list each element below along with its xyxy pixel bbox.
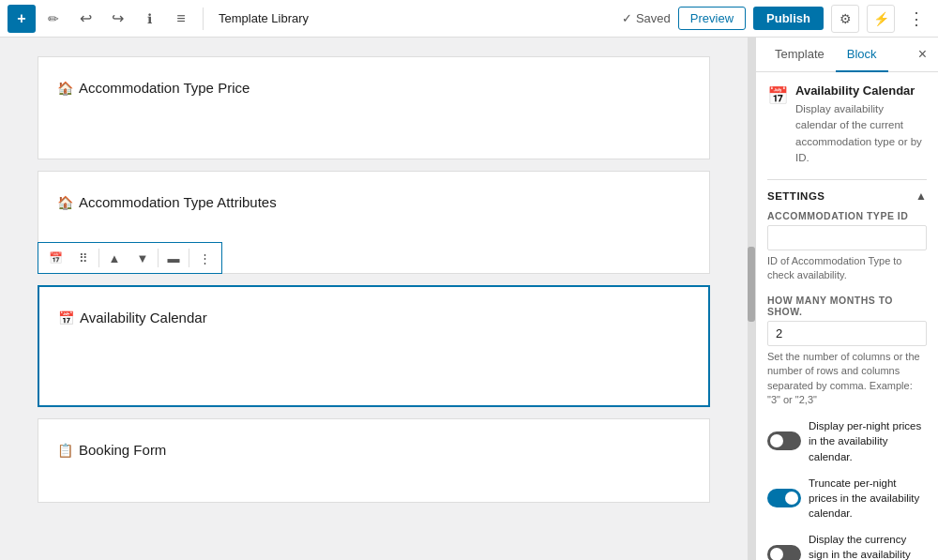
block-info-icon: 📅 xyxy=(767,85,788,106)
toggle-truncate-per-night-control[interactable] xyxy=(767,489,801,507)
toggle-display-per-night-control[interactable] xyxy=(767,431,801,450)
block-label: Accommodation Type Price xyxy=(79,80,250,96)
right-panel: Template Block × 📅 Availability Calendar… xyxy=(755,38,938,560)
chevron-up-icon: ▲ xyxy=(109,251,121,265)
edit-button[interactable]: ✏ xyxy=(39,5,68,33)
months-to-show-help: Set the number of columns or the number … xyxy=(767,350,927,408)
settings-chevron-icon: ▲ xyxy=(915,189,927,203)
align-icon: ▬ xyxy=(168,251,180,265)
lightning-button[interactable]: ⚡ xyxy=(867,5,895,33)
block-title: 📋 Booking Form xyxy=(57,442,690,458)
topbar-divider xyxy=(203,8,204,30)
toolbar-divider xyxy=(98,249,99,267)
home-icon: 🏠 xyxy=(57,195,73,210)
toolbar-divider-2 xyxy=(158,249,159,267)
form-icon: 📋 xyxy=(57,443,73,458)
toolbar-grid-btn[interactable]: ⠿ xyxy=(70,245,97,271)
block-booking-form[interactable]: 📋 Booking Form xyxy=(38,418,710,503)
pencil-icon: ✏ xyxy=(48,11,59,26)
months-to-show-input[interactable] xyxy=(767,321,927,346)
toggle-truncate-per-night: Truncate per-night prices in the availab… xyxy=(767,476,927,521)
settings-title: Settings xyxy=(767,190,825,202)
home-icon: 🏠 xyxy=(57,81,73,96)
accommodation-type-id-input[interactable] xyxy=(767,225,927,250)
preview-button[interactable]: Preview xyxy=(678,7,746,30)
undo-icon: ↩ xyxy=(80,9,92,27)
topbar: + ✏ ↩ ↪ ℹ ≡ Template Library Saved Previ… xyxy=(0,0,938,38)
block-label: Availability Calendar xyxy=(80,310,207,325)
calendar-icon: 📅 xyxy=(58,310,74,325)
publish-button[interactable]: Publish xyxy=(753,7,824,30)
undo-button[interactable]: ↩ xyxy=(71,5,99,33)
block-title: 🏠 Accommodation Type Attributes xyxy=(57,194,690,210)
toggle-display-currency-control[interactable] xyxy=(767,545,801,560)
main-layout: 🏠 Accommodation Type Price 🏠 Accommodati… xyxy=(0,38,938,560)
toggle-truncate-per-night-label: Truncate per-night prices in the availab… xyxy=(809,476,927,521)
more-icon: ⋮ xyxy=(908,8,925,29)
toolbar-calendar-btn[interactable]: 📅 xyxy=(42,245,68,271)
panel-close-button[interactable]: × xyxy=(915,42,930,67)
block-label: Booking Form xyxy=(79,442,166,458)
months-to-show-label: HOW MANY MONTHS TO SHOW. xyxy=(767,295,927,317)
block-title: 🏠 Accommodation Type Price xyxy=(57,80,690,96)
chevron-down-icon: ▼ xyxy=(137,251,149,265)
saved-status: Saved xyxy=(622,11,671,25)
info-button[interactable]: ℹ xyxy=(135,5,163,33)
redo-button[interactable]: ↪ xyxy=(103,5,131,33)
settings-section-header[interactable]: Settings ▲ xyxy=(767,179,927,210)
calendar-icon: 📅 xyxy=(767,86,788,105)
toggle-display-currency-label: Display the currency sign in the availab… xyxy=(809,532,927,560)
redo-icon: ↪ xyxy=(112,9,124,27)
block-availability-calendar[interactable]: 📅 Availability Calendar xyxy=(38,285,710,407)
scrollbar-thumb[interactable] xyxy=(748,247,755,322)
block-label: Accommodation Type Attributes xyxy=(79,194,277,210)
toggle-display-per-night-label: Display per-night prices in the availabi… xyxy=(809,418,927,463)
more-options-button[interactable]: ⋮ xyxy=(902,5,930,33)
block-info-title: Availability Calendar xyxy=(795,83,927,98)
info-icon: ℹ xyxy=(147,11,152,26)
panel-tabs: Template Block × xyxy=(756,38,938,72)
list-button[interactable]: ≡ xyxy=(167,5,195,33)
toggle-display-per-night: Display per-night prices in the availabi… xyxy=(767,418,927,463)
toolbar-down-btn[interactable]: ▼ xyxy=(129,245,156,271)
block-info-text: Availability Calendar Display availabili… xyxy=(795,83,927,166)
months-to-show-group: HOW MANY MONTHS TO SHOW. Set the number … xyxy=(767,295,927,408)
grid-icon: ⠿ xyxy=(79,251,88,265)
more-icon: ⋮ xyxy=(199,251,211,265)
toggle-display-currency: Display the currency sign in the availab… xyxy=(767,532,927,560)
toolbar-divider-3 xyxy=(189,249,189,267)
lightning-icon: ⚡ xyxy=(873,11,889,26)
panel-content: 📅 Availability Calendar Display availabi… xyxy=(756,72,938,560)
accommodation-type-id-help: ID of Accommodation Type to check availa… xyxy=(767,254,927,283)
plus-icon: + xyxy=(17,10,25,27)
block-accommodation-type-price[interactable]: 🏠 Accommodation Type Price xyxy=(38,56,710,159)
topbar-actions: Saved Preview Publish ⚙ ⚡ ⋮ xyxy=(622,5,930,33)
accommodation-type-id-label: ACCOMMODATION TYPE ID xyxy=(767,210,927,221)
page-title: Template Library xyxy=(219,11,618,25)
toolbar-more-btn[interactable]: ⋮ xyxy=(191,245,218,271)
block-accommodation-type-attributes[interactable]: 🏠 Accommodation Type Attributes 📅 ⠿ ▲ ▼ xyxy=(38,171,710,274)
block-toolbar: 📅 ⠿ ▲ ▼ ▬ ⋮ xyxy=(38,242,222,274)
block-info-desc: Display availability calendar of the cur… xyxy=(795,101,927,166)
canvas-scrollbar[interactable] xyxy=(748,38,755,560)
tab-block[interactable]: Block xyxy=(836,38,888,72)
tab-template[interactable]: Template xyxy=(764,38,836,72)
accommodation-type-id-group: ACCOMMODATION TYPE ID ID of Accommodatio… xyxy=(767,210,927,283)
block-info: 📅 Availability Calendar Display availabi… xyxy=(767,83,927,166)
calendar-icon: 📅 xyxy=(49,251,63,265)
toolbar-align-btn[interactable]: ▬ xyxy=(160,245,187,271)
add-block-button[interactable]: + xyxy=(8,5,36,33)
list-icon: ≡ xyxy=(176,10,185,27)
settings-button[interactable]: ⚙ xyxy=(831,5,859,33)
block-title: 📅 Availability Calendar xyxy=(58,310,689,325)
gear-icon: ⚙ xyxy=(840,11,852,26)
canvas-area: 🏠 Accommodation Type Price 🏠 Accommodati… xyxy=(0,38,748,560)
toolbar-up-btn[interactable]: ▲ xyxy=(101,245,128,271)
